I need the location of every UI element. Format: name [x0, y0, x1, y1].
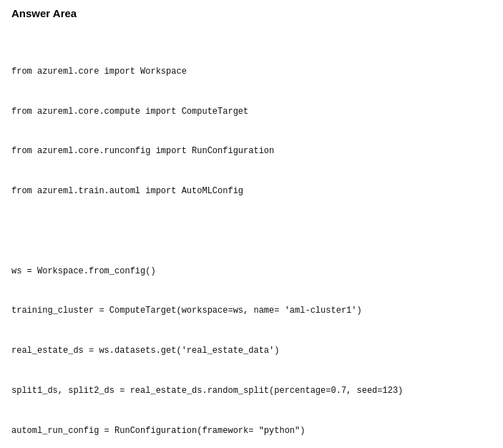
code-section: from azureml.core import Workspace from … — [11, 25, 492, 448]
code-line-runconfig: automl_run_config = RunConfiguration(fra… — [11, 424, 492, 438]
import-line-4: from azureml.train.automl import AutoMLC… — [11, 185, 492, 198]
code-line-dataset: real_estate_ds = ws.datasets.get('real_e… — [11, 344, 492, 358]
code-line-cluster: training_cluster = ComputeTarget(workspa… — [11, 304, 492, 318]
answer-area-title: Answer Area — [11, 7, 492, 19]
import-line-1: from azureml.core import Workspace — [11, 65, 492, 79]
code-line-ws: ws = Workspace.from_config() — [11, 265, 492, 278]
blank-line-1 — [11, 225, 492, 238]
import-line-2: from azureml.core.compute import Compute… — [11, 105, 492, 119]
code-line-split: split1_ds, split2_ds = real_estate_ds.ra… — [11, 384, 492, 398]
import-line-3: from azureml.core.runconfig import RunCo… — [11, 145, 492, 158]
